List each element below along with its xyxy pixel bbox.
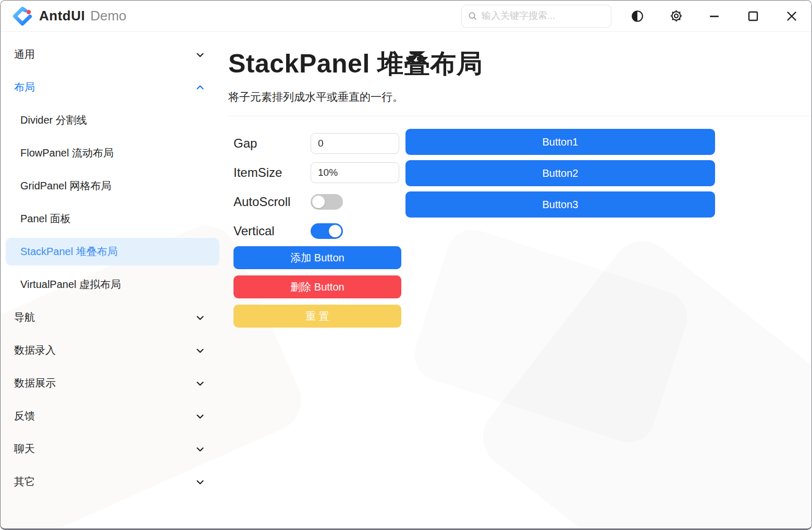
main-content: StackPanel 堆叠布局 将子元素排列成水平或垂直的一行。 Gap Ite…: [225, 32, 811, 529]
page-title: StackPanel 堆叠布局: [228, 46, 811, 81]
sidebar-group-data-display[interactable]: 数据展示: [1, 367, 225, 400]
close-icon: [785, 10, 798, 22]
demo-button-3[interactable]: Button3: [405, 191, 715, 218]
sidebar-item-stackpanel[interactable]: StackPanel 堆叠布局: [6, 238, 219, 266]
sidebar-group-label: 布局: [14, 80, 35, 94]
sidebar-item-panel[interactable]: Panel 面板: [1, 202, 225, 235]
theme-toggle-button[interactable]: [626, 5, 649, 28]
title-bar: AntdUI Demo: [1, 1, 811, 32]
vertical-toggle[interactable]: [311, 223, 343, 239]
itemsize-label: ItemSize: [233, 165, 311, 180]
sidebar-item-label: StackPanel 堆叠布局: [20, 245, 118, 259]
close-button[interactable]: [780, 5, 803, 28]
sidebar-group-other[interactable]: 其它: [1, 465, 225, 498]
gap-control-row: Gap: [233, 129, 405, 158]
theme-contrast-icon: [631, 9, 644, 23]
chevron-down-icon: [194, 345, 206, 356]
antdui-logo-icon: [12, 6, 33, 27]
delete-button[interactable]: 删除 Button: [233, 275, 401, 298]
page-subtitle: 将子元素排列成水平或垂直的一行。: [228, 90, 811, 104]
minimize-button[interactable]: [703, 5, 726, 28]
sidebar: 通用 布局 Divider 分割线 FlowPanel 流动布局 GridPan…: [1, 32, 225, 529]
gap-label: Gap: [233, 136, 311, 151]
search-input[interactable]: [482, 10, 605, 21]
sidebar-group-data-entry[interactable]: 数据录入: [1, 334, 225, 367]
toggle-knob: [329, 225, 341, 237]
sidebar-item-virtualpanel[interactable]: VirtualPanel 虚拟布局: [1, 268, 225, 301]
chevron-up-icon: [194, 82, 206, 93]
chevron-down-icon: [194, 411, 206, 422]
app-window: AntdUI Demo: [0, 0, 812, 530]
sidebar-group-label: 通用: [14, 47, 35, 62]
sidebar-group-label: 数据录入: [14, 343, 56, 357]
itemsize-control-row: ItemSize: [233, 158, 405, 187]
sidebar-group-navigation[interactable]: 导航: [1, 301, 225, 334]
autoscroll-label: AutoScroll: [233, 195, 311, 209]
chevron-down-icon: [194, 443, 206, 455]
autoscroll-toggle[interactable]: [311, 194, 343, 210]
sidebar-item-gridpanel[interactable]: GridPanel 网格布局: [1, 170, 225, 202]
minimize-icon: [709, 10, 720, 22]
toggle-knob: [312, 196, 325, 208]
settings-gear-icon: [669, 9, 683, 23]
maximize-icon: [747, 10, 759, 22]
sidebar-group-general[interactable]: 通用: [1, 38, 225, 71]
sidebar-item-label: GridPanel 网格布局: [20, 179, 112, 193]
sidebar-group-label: 其它: [14, 475, 35, 489]
sidebar-group-feedback[interactable]: 反馈: [1, 400, 225, 432]
sidebar-item-label: FlowPanel 流动布局: [20, 146, 114, 160]
reset-button[interactable]: 重 置: [233, 305, 401, 328]
vertical-label: Vertical: [233, 224, 311, 238]
sidebar-group-layout[interactable]: 布局: [1, 71, 225, 104]
autoscroll-control-row: AutoScroll: [233, 187, 405, 216]
sidebar-item-label: Divider 分割线: [20, 113, 87, 127]
sidebar-item-label: Panel 面板: [20, 212, 71, 226]
sidebar-group-label: 数据展示: [14, 376, 56, 390]
sidebar-group-label: 导航: [14, 310, 35, 324]
itemsize-input[interactable]: [311, 162, 399, 183]
add-button[interactable]: 添加 Button: [233, 246, 401, 269]
sidebar-group-chat[interactable]: 聊天: [1, 432, 225, 465]
chevron-down-icon: [194, 476, 206, 488]
chevron-down-icon: [194, 378, 206, 389]
demo-button-1[interactable]: Button1: [405, 129, 715, 155]
chevron-down-icon: [194, 49, 206, 61]
header-divider: [228, 116, 811, 116]
vertical-control-row: Vertical: [233, 216, 405, 246]
control-panel: Gap ItemSize AutoScroll Vertical: [228, 129, 405, 328]
demo-button-2[interactable]: Button2: [405, 160, 715, 186]
search-box[interactable]: [461, 5, 611, 28]
search-icon: [468, 11, 477, 21]
sidebar-group-label: 聊天: [14, 442, 35, 456]
chevron-down-icon: [194, 312, 206, 323]
sidebar-item-divider[interactable]: Divider 分割线: [1, 104, 225, 137]
maximize-button[interactable]: [742, 5, 765, 28]
gap-input[interactable]: [311, 133, 399, 154]
app-brand-suffix: Demo: [90, 8, 126, 24]
settings-button[interactable]: [665, 5, 687, 28]
app-brand: AntdUI: [39, 8, 85, 24]
sidebar-group-label: 反馈: [14, 409, 35, 423]
stackpanel-demo-area: Button1 Button2 Button3: [405, 129, 811, 328]
sidebar-item-flowpanel[interactable]: FlowPanel 流动布局: [1, 137, 225, 170]
sidebar-item-label: VirtualPanel 虚拟布局: [20, 278, 121, 292]
